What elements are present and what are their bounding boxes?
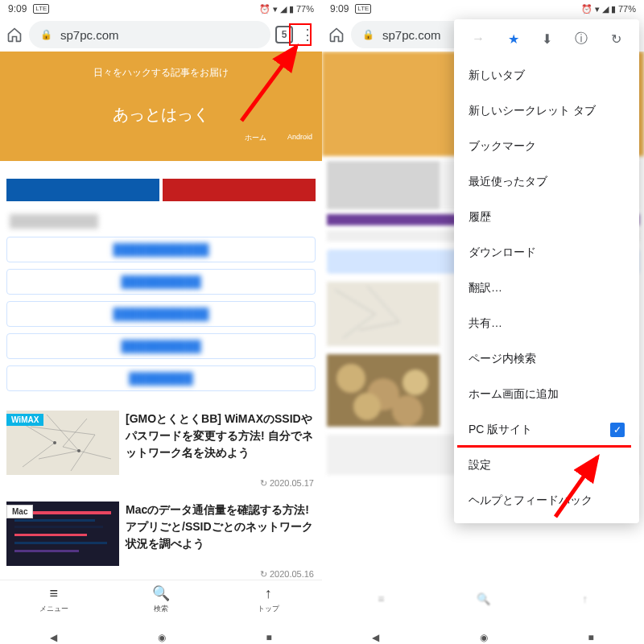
svg-point-12 — [336, 364, 365, 393]
alarm-icon: ⏰ — [259, 4, 270, 14]
menu-desktop-site[interactable]: PC 版サイト ✓ — [454, 412, 639, 448]
menu-share[interactable]: 共有… — [454, 306, 639, 341]
svg-line-20 — [555, 457, 597, 517]
home-icon[interactable] — [5, 25, 24, 44]
lte-icon: LTE — [33, 4, 49, 14]
bottom-nav-blurred: ≡🔍↑ — [330, 592, 636, 613]
annotation-arrow — [539, 451, 612, 523]
back-icon[interactable]: ◀ — [372, 632, 379, 643]
annotation-arrow — [233, 40, 314, 129]
battery-pct: 77% — [618, 4, 636, 14]
lock-icon: 🔒 — [362, 29, 374, 40]
blurred-link: ██████████ — [6, 269, 316, 295]
home-icon[interactable] — [327, 25, 346, 44]
svg-point-14 — [402, 369, 428, 395]
svg-rect-5 — [14, 519, 95, 522]
article-title: [GMOとくとくBB] WiMAXのSSIDやパスワードを変更する方法! 自分で… — [126, 411, 316, 475]
svg-rect-10 — [327, 282, 440, 346]
chrome-menu: → ★ ⬇ ⓘ ↻ 新しいタブ 新しいシークレット タブ ブックマーク 最近使っ… — [454, 19, 639, 523]
forward-icon[interactable]: → — [472, 31, 485, 46]
lock-icon: 🔒 — [40, 29, 52, 40]
clock: 9:09 — [330, 3, 349, 14]
svg-rect-8 — [14, 542, 107, 544]
battery-pct: 77% — [296, 4, 314, 14]
menu-incognito[interactable]: 新しいシークレット タブ — [454, 93, 639, 129]
recent-apps-icon[interactable]: ■ — [266, 632, 271, 643]
article-item[interactable]: Mac Macのデータ通信量を確認する方法! アプリごと/SSIDごとのネットワ… — [0, 495, 322, 569]
menu-history[interactable]: 履歴 — [454, 200, 639, 235]
nav-top[interactable]: ↑トップ — [215, 580, 322, 618]
article-date: 2020.05.17 — [0, 478, 322, 495]
status-icons: ⏰ ▾ ◢ ▮ 77% — [581, 4, 636, 14]
nav-menu[interactable]: ≡メニュー — [0, 580, 107, 618]
nav-search[interactable]: 🔍検索 — [107, 580, 214, 618]
nav-android[interactable]: Android — [287, 133, 312, 143]
article-item[interactable]: WiMAX [GMOとくとくBB] WiMAXのSSIDやパスワードを変更する方… — [0, 404, 322, 478]
nav-home[interactable]: ホーム — [245, 133, 266, 143]
svg-rect-6 — [14, 526, 103, 528]
annotation-underline — [457, 445, 631, 448]
bookmark-star-icon[interactable]: ★ — [508, 31, 519, 47]
svg-line-18 — [242, 47, 296, 121]
status-icons: ⏰ ▾ ◢ ▮ 77% — [259, 4, 314, 14]
menu-translate[interactable]: 翻訳… — [454, 270, 639, 306]
svg-point-1 — [53, 441, 56, 444]
home-nav-icon[interactable]: ◉ — [480, 632, 488, 643]
download-icon[interactable]: ⬇ — [542, 31, 552, 47]
article-badge: Mac — [6, 505, 33, 518]
signal-icon: ◢ — [602, 4, 609, 14]
clock: 9:09 — [8, 3, 27, 14]
back-icon[interactable]: ◀ — [50, 632, 57, 643]
svg-point-16 — [392, 395, 423, 426]
menu-add-home[interactable]: ホーム画面に追加 — [454, 377, 639, 412]
info-icon[interactable]: ⓘ — [575, 31, 588, 47]
blurred-link: ██████████ — [6, 333, 316, 359]
menu-recent-tabs[interactable]: 最近使ったタブ — [454, 164, 639, 200]
svg-point-2 — [77, 449, 80, 452]
battery-icon: ▮ — [289, 4, 294, 14]
menu-bookmarks[interactable]: ブックマーク — [454, 129, 639, 164]
wifi-icon: ▾ — [273, 4, 278, 14]
signal-icon: ◢ — [280, 4, 287, 14]
article-title: Macのデータ通信量を確認する方法! アプリごと/SSIDごとのネットワーク状況… — [126, 502, 316, 566]
svg-point-15 — [353, 393, 381, 420]
desktop-checkbox[interactable]: ✓ — [610, 423, 625, 437]
blurred-link: ████████████ — [6, 237, 316, 262]
blurred-heading — [10, 214, 98, 229]
blurred-link: ████████ — [6, 365, 316, 391]
alarm-icon: ⏰ — [581, 4, 592, 14]
lte-icon: LTE — [355, 4, 371, 14]
menu-new-tab[interactable]: 新しいタブ — [454, 58, 639, 93]
battery-icon: ▮ — [611, 4, 616, 14]
wifi-icon: ▾ — [595, 4, 600, 14]
android-nav-bar: ◀ ◉ ■ ◀ ◉ ■ — [0, 631, 644, 644]
home-nav-icon[interactable]: ◉ — [158, 632, 166, 643]
svg-rect-7 — [14, 534, 87, 536]
url-text: sp7pc.com — [60, 28, 119, 42]
ad-buttons — [6, 179, 316, 201]
menu-downloads[interactable]: ダウンロード — [454, 235, 639, 270]
status-bar: 9:09 LTE ⏰ ▾ ◢ ▮ 77% — [0, 0, 322, 18]
menu-find[interactable]: ページ内検索 — [454, 341, 639, 377]
status-bar: 9:09 LTE ⏰ ▾ ◢ ▮ 77% — [322, 0, 644, 18]
blurred-link: ████████████ — [6, 301, 316, 327]
article-badge: WiMAX — [6, 414, 43, 426]
recent-apps-icon[interactable]: ■ — [588, 632, 593, 643]
bottom-nav: ≡メニュー 🔍検索 ↑トップ — [0, 580, 322, 618]
svg-rect-9 — [14, 550, 79, 552]
url-text: sp7pc.com — [382, 28, 441, 42]
reload-icon[interactable]: ↻ — [611, 31, 621, 47]
